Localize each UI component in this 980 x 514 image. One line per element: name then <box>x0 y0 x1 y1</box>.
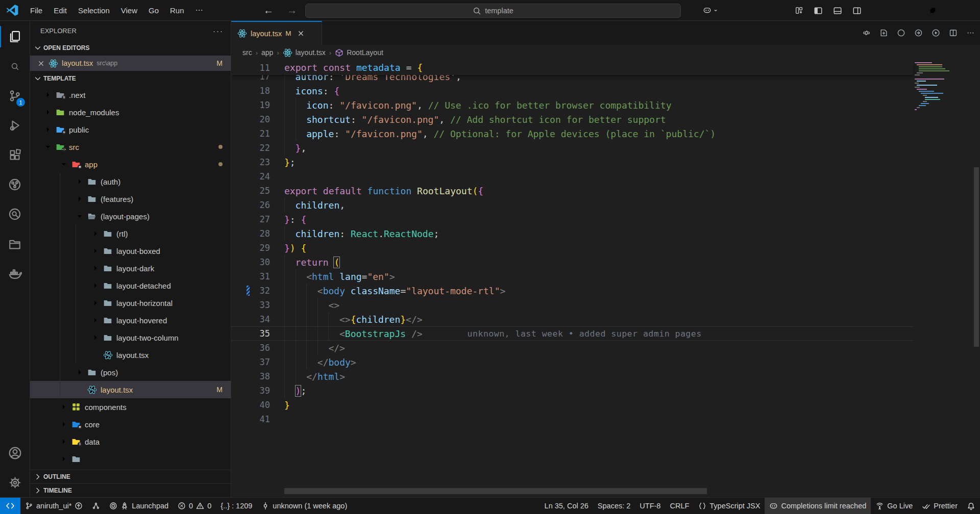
tree-item-layout.tsx[interactable]: layout.tsxM <box>30 381 231 398</box>
activity-gitlens-inspect[interactable] <box>0 199 30 229</box>
open-changes-icon[interactable] <box>879 29 888 37</box>
breadcrumb-item-rootlayout[interactable]: RootLayout <box>335 48 383 57</box>
tree-item-layout-boxed[interactable]: layout-boxed <box>30 242 231 260</box>
status-git-graph[interactable] <box>87 498 105 514</box>
activity-run-debug[interactable] <box>0 111 30 140</box>
tree-item-.next[interactable]: N.next <box>30 86 231 104</box>
code-line-23[interactable]: 23}; <box>231 155 914 169</box>
sticky-scroll-line[interactable]: 11export const metadata = { <box>231 60 914 75</box>
status-remote-indicator[interactable] <box>0 498 20 514</box>
activity-settings[interactable] <box>0 468 30 497</box>
go-forward-arrow-icon[interactable]: → <box>287 5 297 16</box>
code-line-39[interactable]: 39); <box>231 383 914 398</box>
activity-gitlens[interactable] <box>0 170 30 199</box>
activity-source-control[interactable]: 1 <box>0 81 30 111</box>
restore-button[interactable] <box>917 0 948 21</box>
tree-item-layout-detached[interactable]: layout-detached <box>30 277 231 294</box>
status-blame-status[interactable]: unknown (1 week ago) <box>257 498 352 514</box>
status-indentation[interactable]: Spaces: 2 <box>593 498 635 514</box>
menu-go[interactable]: Go <box>143 0 164 21</box>
status-eol[interactable]: CRLF <box>665 498 694 514</box>
code-editor[interactable]: 11export const metadata = { 17author: 'D… <box>231 60 980 497</box>
code-line-29[interactable]: 29}) { <box>231 241 914 255</box>
code-line-21[interactable]: 21apple: "/favicon.png", // Optional: fo… <box>231 126 914 141</box>
code-line-30[interactable]: 30return ( <box>231 255 914 269</box>
tree-item-rtl[interactable]: (rtl) <box>30 225 231 242</box>
code-line-11[interactable]: 11export const metadata = { <box>231 61 423 75</box>
tree-item-layout-dark[interactable]: layout-dark <box>30 260 231 277</box>
activity-docker[interactable] <box>0 259 30 288</box>
activity-file-manager[interactable] <box>0 229 30 259</box>
code-line-31[interactable]: 31<html lang="en"> <box>231 269 914 284</box>
menu-view[interactable]: View <box>115 0 143 21</box>
go-back-arrow-icon[interactable]: ← <box>263 5 274 16</box>
command-center-search[interactable]: template <box>305 4 681 18</box>
code-line-41[interactable]: 41 <box>231 412 914 426</box>
status-go-live[interactable]: Go Live <box>871 498 917 514</box>
blame-circle-icon[interactable] <box>897 29 905 37</box>
run-circle-icon[interactable] <box>914 29 923 37</box>
code-line-20[interactable]: 20shortcut: "/favicon.png", // Add short… <box>231 112 914 126</box>
tree-item-auth[interactable]: (auth) <box>30 173 231 190</box>
menu-edit[interactable]: Edit <box>48 0 72 21</box>
tree-item-layout-pages[interactable]: (layout-pages) <box>30 208 231 225</box>
code-line-26[interactable]: 26children, <box>231 198 914 212</box>
tree-item-layout-hovered[interactable]: layout-hovered <box>30 312 231 329</box>
code-line-32[interactable]: 32<body className="layout-mode-rtl"> <box>231 284 914 298</box>
outline-section-header[interactable]: OUTLINE <box>30 470 231 483</box>
more-actions-icon[interactable]: ··· <box>213 27 224 35</box>
ellipsis-icon[interactable] <box>966 29 975 37</box>
status-encoding[interactable]: UTF-8 <box>635 498 665 514</box>
close-editor-icon[interactable] <box>37 60 45 67</box>
compare-icon[interactable] <box>862 29 871 37</box>
status-cursor-position[interactable]: Ln 35, Col 26 <box>540 498 593 514</box>
breadcrumb-item-layouttsx[interactable]: layout.tsx <box>283 48 326 58</box>
code-line-40[interactable]: 40} <box>231 398 914 412</box>
tree-item-public[interactable]: ◍public <box>30 121 231 138</box>
close-icon[interactable] <box>297 30 305 37</box>
tree-item-pos[interactable]: (pos) <box>30 364 231 381</box>
open-editors-header[interactable]: OPEN EDITORS <box>30 40 231 56</box>
status-char-count[interactable]: {..} : 1209 <box>216 498 257 514</box>
minimize-button[interactable] <box>885 0 917 21</box>
timeline-section-header[interactable]: TIMELINE <box>30 483 231 497</box>
activity-search[interactable] <box>0 52 30 81</box>
tab-layout-tsx[interactable]: layout.tsx M <box>231 21 322 45</box>
tree-item[interactable] <box>30 450 231 468</box>
code-line-27[interactable]: 27}: { <box>231 212 914 226</box>
status-copilot-status[interactable]: Completions limit reached <box>765 498 871 514</box>
status-git-branch[interactable]: aniruth_ui* <box>20 498 87 514</box>
code-line-19[interactable]: 19icon: "/favicon.png", // Use .ico for … <box>231 98 914 112</box>
horizontal-scrollbar[interactable] <box>284 488 707 494</box>
copilot-menu[interactable]: ⌄ <box>703 6 718 15</box>
tree-item-nodemodules[interactable]: node_modules <box>30 104 231 121</box>
code-line-18[interactable]: 18icons: { <box>231 84 914 98</box>
tree-item-app[interactable]: ▦app <box>30 156 231 173</box>
tree-item-layout.tsx[interactable]: layout.tsx <box>30 346 231 364</box>
open-editor-item[interactable]: layout.tsxsrc\appM <box>30 56 231 71</box>
breadcrumb-item-src[interactable]: src <box>242 48 252 57</box>
activity-accounts[interactable] <box>0 438 30 468</box>
tree-item-src[interactable]: <>src <box>30 138 231 156</box>
close-button[interactable] <box>948 0 980 21</box>
code-line-33[interactable]: 33<> <box>231 298 914 312</box>
status-launchpad[interactable]: Launchpad <box>105 498 173 514</box>
play-circle-icon[interactable] <box>932 29 940 37</box>
tree-item-layout-two-column[interactable]: layout-two-column <box>30 329 231 346</box>
tree-item-layout-horizontal[interactable]: layout-horizontal <box>30 294 231 312</box>
status-notifications[interactable] <box>962 498 980 514</box>
tree-item-components[interactable]: components <box>30 398 231 416</box>
tree-item-core[interactable]: ▣core <box>30 416 231 433</box>
activity-extensions[interactable] <box>0 140 30 170</box>
tree-item-features[interactable]: (features) <box>30 190 231 208</box>
status-problems[interactable]: 00 <box>173 498 216 514</box>
activity-explorer[interactable] <box>0 22 30 52</box>
vertical-scrollbar[interactable] <box>974 167 979 347</box>
status-language-mode[interactable]: TypeScript JSX <box>694 498 765 514</box>
code-line-28[interactable]: 28children: React.ReactNode; <box>231 226 914 241</box>
code-line-38[interactable]: 38</html> <box>231 369 914 383</box>
code-line-35[interactable]: 35<BootstrapJs />unknown, last week • ad… <box>231 326 914 341</box>
menu-selection[interactable]: Selection <box>72 0 115 21</box>
code-line-34[interactable]: 34<>{children}</> <box>231 312 914 326</box>
status-prettier[interactable]: Prettier <box>917 498 962 514</box>
